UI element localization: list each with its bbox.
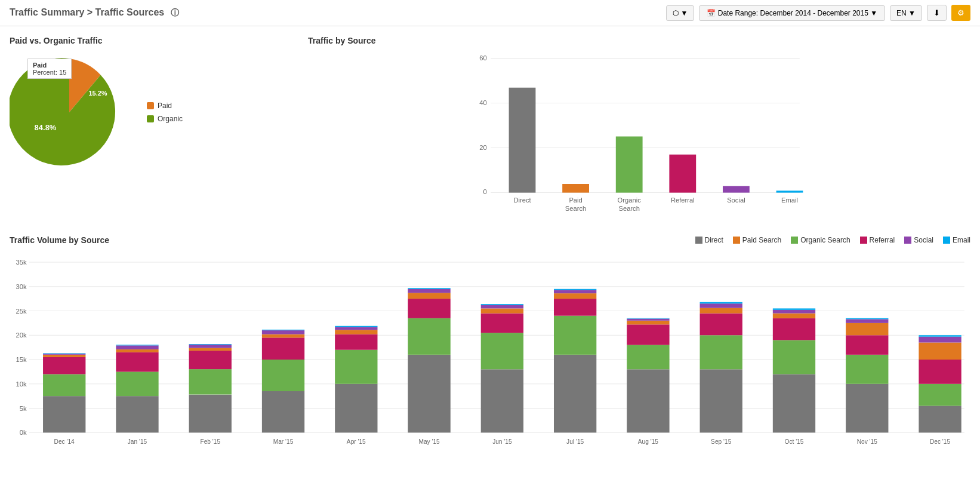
svg-rect-54	[189, 395, 232, 433]
settings-button[interactable]: ⚙	[951, 5, 970, 21]
svg-rect-69	[335, 350, 377, 384]
cube-icon: ⬡	[673, 9, 679, 17]
svg-rect-61	[262, 391, 304, 432]
svg-rect-66	[262, 330, 304, 330]
svg-rect-11	[562, 184, 589, 193]
svg-rect-87	[481, 304, 523, 305]
svg-rect-84	[481, 314, 523, 333]
volume-legend: Direct Paid Search Organic Search Referr…	[695, 236, 970, 244]
svg-rect-44	[43, 354, 85, 355]
svg-rect-104	[700, 335, 742, 369]
email-legend-color	[943, 237, 950, 244]
top-bar: Traffic Summary > Traffic Sources ⓘ ⬡ ▼ …	[0, 0, 980, 26]
svg-rect-98	[627, 324, 669, 345]
pie-legend: Paid Organic	[147, 102, 183, 123]
svg-rect-113	[773, 314, 815, 318]
svg-rect-71	[335, 330, 377, 334]
svg-text:Jan '15: Jan '15	[128, 438, 147, 445]
svg-rect-72	[335, 327, 377, 330]
svg-rect-51	[116, 345, 158, 349]
svg-rect-114	[773, 310, 815, 314]
language-button[interactable]: EN ▼	[890, 5, 922, 21]
paid-organic-section: Paid vs. Organic Traffic Paid Percent: 1…	[10, 36, 296, 217]
svg-text:May '15: May '15	[418, 438, 440, 445]
paid-search-legend: Paid Search	[733, 236, 781, 244]
svg-rect-65	[262, 330, 304, 334]
download-button[interactable]: ⬇	[927, 5, 947, 21]
svg-rect-12	[616, 136, 643, 192]
top-controls: ⬡ ▼ 📅 Date Range: December 2014 - Decemb…	[666, 5, 971, 21]
svg-rect-52	[116, 345, 158, 345]
svg-text:84.8%: 84.8%	[35, 123, 57, 132]
paid-search-legend-color	[733, 237, 740, 244]
svg-rect-101	[627, 318, 669, 319]
svg-text:Email: Email	[781, 197, 798, 204]
svg-rect-96	[627, 369, 669, 432]
svg-text:Paid: Paid	[569, 197, 582, 204]
svg-rect-86	[481, 305, 523, 309]
direct-legend: Direct	[695, 236, 723, 244]
main-content: Paid vs. Organic Traffic Paid Percent: 1…	[0, 26, 980, 477]
svg-rect-63	[262, 337, 304, 360]
svg-text:5k: 5k	[20, 405, 27, 412]
svg-text:Apr '15: Apr '15	[347, 438, 366, 445]
svg-rect-70	[335, 334, 377, 350]
svg-text:40: 40	[479, 99, 486, 106]
svg-text:Organic: Organic	[618, 197, 642, 204]
svg-rect-112	[773, 318, 815, 340]
svg-rect-115	[773, 308, 815, 309]
svg-text:60: 60	[479, 54, 486, 62]
svg-text:15k: 15k	[16, 356, 26, 363]
direct-legend-color	[695, 237, 702, 244]
info-icon[interactable]: ⓘ	[171, 8, 179, 17]
svg-rect-75	[408, 355, 450, 432]
svg-rect-14	[723, 186, 750, 192]
pie-tooltip: Paid Percent: 15	[27, 59, 72, 79]
svg-text:10k: 10k	[16, 380, 26, 388]
svg-rect-103	[700, 369, 742, 432]
email-legend: Email	[943, 236, 970, 244]
svg-text:20k: 20k	[16, 331, 26, 339]
svg-rect-97	[627, 345, 669, 370]
svg-text:35k: 35k	[16, 259, 26, 266]
view-toggle-button[interactable]: ⬡ ▼	[666, 5, 695, 21]
top-charts-row: Paid vs. Organic Traffic Paid Percent: 1…	[10, 36, 970, 217]
pie-container: Paid Percent: 15	[10, 53, 296, 172]
svg-rect-47	[116, 396, 158, 432]
svg-rect-42	[43, 357, 85, 375]
paid-organic-title: Paid vs. Organic Traffic	[10, 36, 296, 45]
svg-text:Sep '15: Sep '15	[711, 438, 732, 445]
svg-text:0k: 0k	[20, 429, 27, 436]
svg-rect-68	[335, 384, 377, 433]
svg-rect-127	[919, 342, 961, 360]
breadcrumb: Traffic Summary > Traffic Sources ⓘ	[10, 7, 179, 19]
svg-text:Feb '15: Feb '15	[200, 438, 220, 445]
svg-rect-43	[43, 355, 85, 357]
organic-legend-item: Organic	[147, 115, 183, 123]
traffic-by-source-chart: 60 40 20 0	[308, 50, 970, 217]
paid-legend-item: Paid	[147, 102, 183, 110]
svg-text:Referral: Referral	[671, 197, 695, 204]
svg-rect-59	[189, 344, 232, 345]
svg-text:15.2%: 15.2%	[88, 90, 107, 97]
svg-text:Nov '15: Nov '15	[857, 438, 878, 445]
svg-rect-80	[408, 288, 450, 289]
traffic-volume-section: Traffic Volume by Source Direct Paid Sea…	[10, 235, 970, 467]
svg-rect-91	[554, 299, 596, 316]
traffic-volume-title: Traffic Volume by Source	[10, 235, 109, 245]
svg-rect-79	[408, 289, 450, 293]
svg-rect-119	[846, 335, 888, 355]
svg-rect-76	[408, 318, 450, 355]
svg-rect-45	[43, 353, 85, 354]
social-legend: Social	[904, 236, 933, 244]
svg-text:Social: Social	[727, 197, 745, 204]
svg-rect-85	[481, 308, 523, 313]
date-range-button[interactable]: 📅 Date Range: December 2014 - December 2…	[699, 5, 885, 21]
svg-rect-82	[481, 369, 523, 432]
social-legend-color	[904, 237, 911, 244]
svg-rect-77	[408, 299, 450, 318]
svg-rect-78	[408, 293, 450, 299]
calendar-dropdown: ▼	[870, 9, 877, 17]
svg-rect-122	[846, 318, 888, 320]
svg-rect-128	[919, 337, 961, 343]
